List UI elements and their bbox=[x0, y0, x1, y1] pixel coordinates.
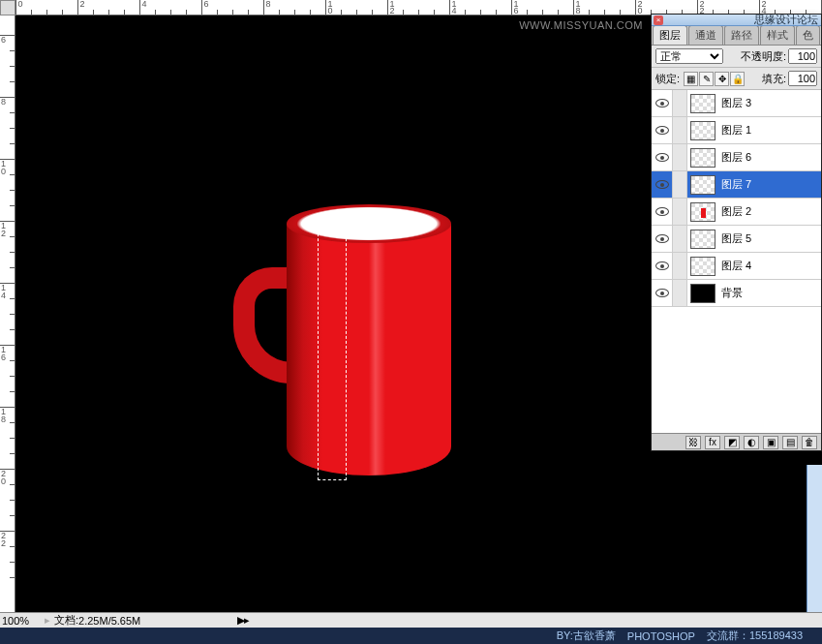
eye-icon bbox=[655, 261, 669, 270]
eye-icon bbox=[655, 234, 669, 243]
selection-marquee bbox=[318, 219, 347, 480]
adjustment-layer-icon[interactable]: ◐ bbox=[744, 436, 759, 449]
link-column[interactable] bbox=[673, 253, 687, 279]
layer-row[interactable]: 图层 1 bbox=[652, 117, 821, 144]
layer-list-empty-area[interactable] bbox=[652, 307, 821, 433]
layer-thumbnail[interactable] bbox=[690, 202, 715, 222]
doc-size-value: 2.25M/5.65M bbox=[78, 615, 140, 627]
layer-thumbnail[interactable] bbox=[690, 230, 715, 249]
lock-label: 锁定: bbox=[655, 72, 680, 86]
eye-icon bbox=[655, 180, 669, 189]
layer-fx-icon[interactable]: fx bbox=[705, 436, 720, 449]
layer-thumbnail[interactable] bbox=[690, 175, 715, 195]
fill-label: 填充: bbox=[762, 72, 786, 86]
layer-thumbnail[interactable] bbox=[690, 148, 715, 168]
lock-all-icon[interactable]: 🔒 bbox=[730, 72, 745, 86]
link-column[interactable] bbox=[673, 226, 687, 252]
layer-row[interactable]: 图层 2 bbox=[652, 199, 821, 226]
lock-icon-group: ▦ ✎ ✥ 🔒 bbox=[684, 72, 745, 86]
tab-channels[interactable]: 通道 bbox=[688, 25, 723, 45]
layer-list: 图层 3图层 1图层 6图层 7图层 2图层 5图层 4背景 bbox=[652, 90, 821, 307]
layer-name-label[interactable]: 图层 2 bbox=[721, 204, 821, 219]
panel-footer: ⛓ fx ◩ ◐ ▣ ▤ 🗑 bbox=[652, 433, 821, 450]
layer-name-label[interactable]: 图层 3 bbox=[721, 96, 821, 110]
tab-colors[interactable]: 色 bbox=[796, 25, 820, 45]
watermark-text: WWW.MISSYUAN.COM bbox=[519, 19, 643, 31]
visibility-toggle[interactable] bbox=[652, 199, 673, 225]
new-layer-icon[interactable]: ▤ bbox=[782, 436, 798, 449]
layer-row[interactable]: 图层 7 bbox=[652, 171, 821, 199]
credit-bar: BY:古欲香萧 PHOTOSHOP 交流群：155189433 bbox=[0, 628, 822, 644]
layer-thumbnail[interactable] bbox=[690, 257, 715, 276]
ruler-corner bbox=[0, 0, 15, 15]
doc-size-label: 文档: bbox=[54, 613, 78, 628]
layer-name-label[interactable]: 图层 1 bbox=[721, 123, 821, 138]
link-column[interactable] bbox=[673, 280, 687, 306]
layer-thumbnail[interactable] bbox=[690, 284, 715, 303]
eye-icon bbox=[655, 153, 669, 162]
artwork-mug-body bbox=[287, 224, 451, 475]
layer-row[interactable]: 图层 6 bbox=[652, 144, 821, 171]
zoom-level[interactable]: 100% bbox=[2, 615, 41, 627]
layer-row[interactable]: 背景 bbox=[652, 280, 821, 307]
panel-title-bar[interactable]: × 思缘设计论坛 bbox=[652, 15, 821, 26]
layer-name-label[interactable]: 图层 6 bbox=[721, 150, 821, 165]
panel-tab-strip: 图层 通道 路径 样式 色 bbox=[652, 26, 821, 46]
visibility-toggle[interactable] bbox=[652, 144, 673, 170]
panel-close-button[interactable]: × bbox=[654, 15, 663, 25]
visibility-toggle[interactable] bbox=[652, 280, 673, 306]
link-column[interactable] bbox=[673, 171, 687, 198]
eye-icon bbox=[655, 126, 669, 135]
new-group-icon[interactable]: ▣ bbox=[763, 436, 778, 449]
tab-paths[interactable]: 路径 bbox=[724, 25, 759, 45]
layer-name-label[interactable]: 背景 bbox=[721, 286, 821, 300]
link-column[interactable] bbox=[673, 117, 687, 143]
credit-group: 交流群：155189433 bbox=[707, 629, 803, 643]
panel-title-hint: 思缘设计论坛 bbox=[754, 14, 818, 25]
opacity-input[interactable] bbox=[788, 48, 817, 64]
credit-author: BY:古欲香萧 bbox=[557, 629, 616, 643]
layer-name-label[interactable]: 图层 4 bbox=[721, 259, 821, 273]
link-column[interactable] bbox=[673, 144, 687, 170]
eye-icon bbox=[655, 289, 669, 297]
link-layers-icon[interactable]: ⛓ bbox=[685, 436, 701, 449]
lock-pixels-icon[interactable]: ✎ bbox=[699, 72, 714, 86]
eye-icon bbox=[655, 207, 669, 216]
eye-icon bbox=[655, 99, 669, 107]
visibility-toggle[interactable] bbox=[652, 171, 673, 198]
visibility-toggle[interactable] bbox=[652, 226, 673, 252]
layer-name-label[interactable]: 图层 7 bbox=[721, 177, 821, 192]
tab-styles[interactable]: 样式 bbox=[760, 25, 795, 45]
layer-row[interactable]: 图层 5 bbox=[652, 226, 821, 253]
layer-thumbnail[interactable] bbox=[690, 94, 715, 113]
add-mask-icon[interactable]: ◩ bbox=[724, 436, 740, 449]
ruler-vertical: 6810121416182022 bbox=[0, 15, 15, 612]
layer-row[interactable]: 图层 4 bbox=[652, 253, 821, 280]
lock-transparency-icon[interactable]: ▦ bbox=[684, 72, 698, 86]
link-column[interactable] bbox=[673, 199, 687, 225]
vertical-scrollbar[interactable] bbox=[807, 465, 822, 612]
status-bar: 100% ▸ 文档: 2.25M/5.65M ▶ ▸ bbox=[0, 612, 822, 628]
visibility-toggle[interactable] bbox=[652, 117, 673, 143]
tab-layers[interactable]: 图层 bbox=[653, 25, 687, 45]
blend-mode-select[interactable]: 正常 bbox=[655, 48, 723, 64]
delete-layer-icon[interactable]: 🗑 bbox=[802, 436, 817, 449]
lock-row: 锁定: ▦ ✎ ✥ 🔒 填充: bbox=[652, 68, 821, 90]
fill-input[interactable] bbox=[788, 71, 817, 86]
layer-row[interactable]: 图层 3 bbox=[652, 90, 821, 117]
layer-thumbnail[interactable] bbox=[690, 121, 715, 140]
opacity-label: 不透明度: bbox=[741, 49, 786, 64]
artwork-mug-rim bbox=[287, 204, 451, 243]
visibility-toggle[interactable] bbox=[652, 90, 673, 116]
lock-position-icon[interactable]: ✥ bbox=[715, 72, 729, 86]
layer-name-label[interactable]: 图层 5 bbox=[721, 231, 821, 246]
visibility-toggle[interactable] bbox=[652, 253, 673, 279]
layers-panel: × 思缘设计论坛 图层 通道 路径 样式 色 正常 不透明度: 锁定: ▦ ✎ … bbox=[651, 14, 822, 451]
link-column[interactable] bbox=[673, 90, 687, 116]
credit-app: PHOTOSHOP bbox=[627, 630, 695, 642]
status-flyout-icon[interactable]: ▶ ▸ bbox=[237, 614, 248, 627]
blend-mode-row: 正常 不透明度: bbox=[652, 46, 821, 68]
